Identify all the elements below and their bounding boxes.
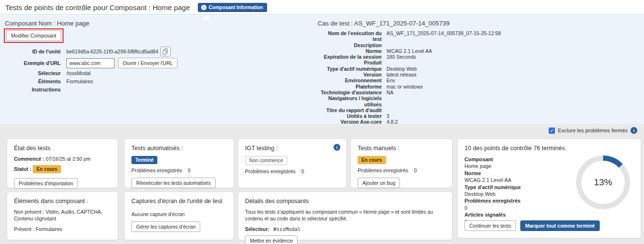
component-fields: ID de l'unité be619d5a-6225-11f0-a299-5f… (5, 47, 315, 93)
summary-value: Desktop Web (464, 191, 566, 197)
tc-label: Unités à tester (318, 113, 382, 119)
card-automated-tests: Tests automatisés : Terminé Problèmes en… (124, 139, 234, 188)
card-manual-tests: Tests manuels : En cours Problèmes enreg… (350, 139, 452, 188)
summary-label: Composant (464, 156, 566, 163)
card-screenshots: Captures d'écran de l'unité de test Aucu… (124, 192, 234, 240)
summary-label: Type d'actif numérique (464, 184, 566, 191)
component-information-badge[interactable]: i Composant Information (198, 3, 268, 12)
tc-value: AS_WF_171_2025-07-14_005739_07-15-25-12:… (386, 30, 641, 42)
dashboard-section: Exclure les problèmes fermés i État des … (0, 125, 644, 244)
page-header: Tests de points de contrôle pour Composa… (0, 0, 644, 15)
automated-issues-line: Problèmes enregistrés 0 (131, 167, 227, 173)
highlight-button[interactable]: Mettre en évidence (245, 235, 297, 244)
tc-label: Plateforme (318, 84, 382, 90)
edit-component-button[interactable]: Modifier Composant (6, 30, 61, 41)
tc-label: Technologie d'assistance (318, 90, 382, 95)
issues-value: 0 (414, 167, 417, 173)
mark-all-done-button[interactable]: Marquer tout comme terminé (520, 220, 600, 231)
tc-value: 3 (386, 113, 641, 119)
tc-value: Desktop Web (386, 66, 641, 72)
tc-value (386, 95, 641, 107)
completion-donut: 13% (576, 155, 630, 209)
tc-label: Produit (318, 60, 382, 65)
tc-value: Env (386, 77, 641, 83)
sample-url-input[interactable] (66, 58, 115, 68)
open-send-url-button[interactable]: Ouvrir / Envoyer l'URL (118, 58, 178, 68)
instructions-row: Instructions (5, 86, 315, 93)
tc-value (386, 60, 641, 65)
tc-value: latest release (386, 72, 641, 77)
import-issues-button[interactable]: Problèmes d'importation (14, 178, 78, 189)
test-case-section: Cas de test : AS_WF_171_2025-07-14_00573… (318, 20, 641, 137)
elements-row: Éléments Formulaires (5, 78, 315, 85)
card-manual-title: Tests manuels : (358, 145, 445, 152)
completion-percent: 13% (581, 161, 625, 204)
tc-value: WCAG 2.1 Level AA (386, 48, 641, 54)
filter-row: Exclure les problèmes fermés i (549, 127, 637, 134)
component-information-badge-label: Composant Information (209, 5, 263, 10)
igt-issues-line: Problèmes enregistrés 0 (245, 168, 339, 174)
started-line: Commencé : 07/16/25 at 2:50 pm (14, 156, 111, 162)
summary-label: Problèmes enregistrés (464, 197, 566, 204)
summary-label: Norme (464, 170, 566, 177)
annotation-highlight-box: Modifier Composant (4, 28, 64, 43)
issues-value: 0 (301, 168, 304, 174)
card-igt-title: IGT testing : (245, 145, 339, 152)
card-igt-testing: IGT testing : i Non commencé Problèmes e… (238, 139, 347, 188)
not-present-text: Non présent : Vidéo, Audio, CAPTCHA, Con… (14, 209, 111, 222)
copy-unit-id-button[interactable] (160, 47, 171, 56)
tc-value (386, 42, 641, 48)
issues-label: Problèmes enregistrés (358, 167, 408, 173)
copy-icon (163, 49, 168, 55)
tc-label: Type d'actif numérique (318, 66, 382, 72)
tc-value: 4.8.2 (386, 119, 641, 125)
info-icon: i (201, 5, 206, 10)
rerun-automated-tests-button[interactable]: Réexécuter les tests automatisés (131, 178, 216, 188)
exclude-closed-info-icon[interactable]: i (631, 127, 637, 134)
component-section: Composant Nom : Home page Modifier Compo… (5, 20, 315, 94)
tc-label: Titre du rapport d'audit (318, 107, 382, 113)
summary-buttons: Continuer les tests Marquer tout comme t… (464, 220, 600, 231)
summary-title: 10 des points de contrôle 76 terminés. (464, 145, 634, 152)
status-line: Statut : En cours (14, 165, 111, 173)
present-text: Présent : Formulaires (14, 226, 111, 232)
tc-label: Nom de l'exécution du test (318, 30, 382, 42)
continue-tests-button[interactable]: Continuer les tests (464, 220, 516, 231)
summary-value: 0 (464, 205, 566, 211)
details-selector-line: Sélecteur: #sssModal (245, 226, 445, 232)
details-selector-value: #sssModal (273, 226, 301, 232)
exclude-closed-checkbox[interactable] (549, 128, 555, 134)
summary-value: Home page (464, 163, 566, 169)
tc-value: 180 Seconds (386, 54, 641, 60)
elements-label: Éléments (5, 78, 66, 84)
card-component-elements: Éléments dans composant : Non présent : … (7, 192, 118, 240)
tc-label: Version Axe-core (318, 119, 382, 125)
card-details-title: Détails des composants (245, 198, 445, 205)
card-test-state-title: État des tests (14, 145, 111, 152)
started-value: 07/16/25 at 2:50 pm (46, 156, 90, 162)
tc-value: mac or windows (386, 84, 641, 90)
card-elements-title: Éléments dans composant : (14, 198, 111, 205)
add-bug-button[interactable]: Ajouter un bug (358, 178, 400, 188)
tc-label: Expiration de la session (318, 54, 382, 60)
manage-screenshots-button[interactable]: Gérer les captures d'écran (131, 221, 200, 232)
issues-label: Problèmes enregistrés (245, 168, 296, 174)
selector-row: Sélecteur #sssModal (5, 70, 315, 77)
tc-label: Navigateurs / logiciels utilisés (318, 95, 382, 107)
unit-id-value: be619d5a-6225-11f0-a299-5f8f6cd5ad84 (66, 49, 158, 54)
summary-list: Composant Home page Norme WCAG 2.1 Level… (464, 156, 566, 225)
issues-label: Problèmes enregistrés (131, 167, 182, 173)
panel-notch (203, 15, 211, 20)
card-test-state: État des tests Commencé : 07/16/25 at 2:… (7, 139, 118, 188)
instructions-label: Instructions (5, 87, 66, 92)
selector-value: #sssModal (66, 70, 90, 76)
igt-status-badge: Non commencé (245, 156, 287, 165)
tc-label: Norme (318, 48, 382, 54)
tc-label: Environnement (318, 77, 382, 83)
page-title: Tests de points de contrôle pour Composa… (5, 3, 190, 12)
details-description: Tous les tests s'appliquent au composant… (245, 209, 445, 222)
manual-status-badge: En cours (358, 156, 386, 164)
igt-info-icon[interactable]: i (334, 144, 340, 151)
tc-value: NA (386, 90, 641, 95)
status-badge: En cours (33, 165, 61, 173)
